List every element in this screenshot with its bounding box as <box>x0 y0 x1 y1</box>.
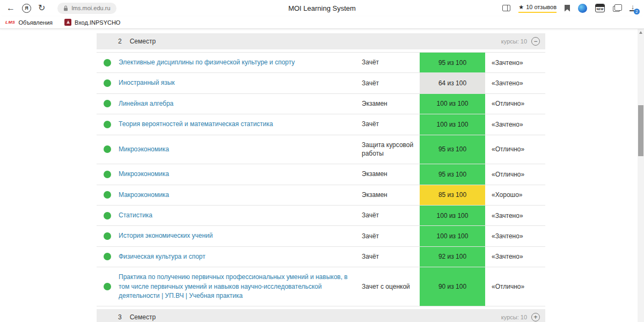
course-row: Физическая культура и спорт Зачёт 92 из … <box>97 247 545 267</box>
grade-text: «Отлично» <box>485 283 545 290</box>
score-badge: 64 из 100 <box>420 73 485 93</box>
address-bar[interactable]: lms.moi.edu.ru <box>57 3 116 14</box>
course-link[interactable]: Элективные дисциплины по физической куль… <box>111 53 362 72</box>
course-row: Практика по получению первичных професси… <box>97 267 545 306</box>
assessment-type: Зачёт <box>362 226 420 246</box>
course-row: Статистика Зачёт 100 из 100 «Зачтено» <box>97 206 545 226</box>
course-row: Микроэкономика Защита курсовой работы 95… <box>97 135 545 165</box>
course-row: Иностранный язык Зачёт 64 из 100 «Зачтен… <box>97 73 545 93</box>
score-badge: 95 из 100 <box>420 53 485 72</box>
course-link[interactable]: Линейная алгебра <box>111 94 362 114</box>
course-link[interactable]: Практика по получению первичных професси… <box>111 267 362 306</box>
assessment-type: Зачёт <box>362 53 420 72</box>
score-badge: 100 из 100 <box>420 206 485 225</box>
status-dot-icon <box>104 79 111 87</box>
status-dot-icon <box>104 100 111 107</box>
bookmarks-bar: LMS Объявления Вход.INPSYCHO <box>0 16 644 29</box>
semester-label: Семестр <box>130 38 156 45</box>
grade-text: «Зачтено» <box>485 212 545 219</box>
assessment-type: Зачёт <box>362 114 420 134</box>
assessment-type: Зачёт <box>362 247 420 267</box>
site-rating-widget[interactable]: ★ 10 отзывов <box>518 4 557 13</box>
collections-icon[interactable] <box>613 6 620 12</box>
collapse-toggle[interactable]: − <box>531 37 540 46</box>
grade-text: «Зачтено» <box>485 121 545 128</box>
reviews-count: 10 отзывов <box>526 4 557 10</box>
grade-text: «Отлично» <box>485 100 545 107</box>
extension-blue-icon[interactable] <box>578 4 587 13</box>
scroll-up-button[interactable] <box>638 29 644 36</box>
courses-table: Элективные дисциплины по физической куль… <box>97 52 545 306</box>
status-dot-icon <box>104 283 111 290</box>
back-icon[interactable]: ← <box>6 4 15 12</box>
semester-number: 2 <box>118 38 122 45</box>
status-dot-icon <box>104 171 111 178</box>
grade-text: «Зачтено» <box>485 253 545 260</box>
up-arrow-icon <box>639 31 642 34</box>
score-badge: 90 из 100 <box>420 267 485 306</box>
assessment-type: Экзамен <box>362 94 420 114</box>
expand-toggle[interactable]: + <box>531 313 540 321</box>
toolbar-right: ★ 10 отзывов NEW ↓ 2 <box>502 3 638 13</box>
sidebar-panels-icon[interactable] <box>502 5 510 11</box>
lock-icon <box>63 5 68 11</box>
course-link[interactable]: Иностранный язык <box>111 73 362 93</box>
score-badge: 100 из 100 <box>420 94 485 114</box>
gradebook-panel: 2 Семестр курсы: 10 − Элективные дисципл… <box>97 33 545 322</box>
course-link[interactable]: Микроэкономика <box>111 140 362 159</box>
bookmark-announcements[interactable]: LMS Объявления <box>5 19 53 26</box>
yandex-browser-icon[interactable]: Я <box>22 4 31 13</box>
page-content: 2 Семестр курсы: 10 − Элективные дисципл… <box>0 29 644 322</box>
assessment-type: Экзамен <box>362 185 420 205</box>
grade-text: «Зачтено» <box>485 59 545 67</box>
refresh-icon[interactable]: ↻ <box>38 4 45 12</box>
course-row: Линейная алгебра Экзамен 100 из 100 «Отл… <box>97 94 545 114</box>
score-badge: 100 из 100 <box>420 114 485 134</box>
status-dot-icon <box>104 232 111 240</box>
course-link[interactable]: Статистика <box>111 206 362 225</box>
browser-toolbar: ← Я ↻ lms.moi.edu.ru MOI Learning System… <box>0 0 644 16</box>
assessment-type: Экзамен <box>362 164 420 184</box>
course-row: История экономических учений Зачёт 100 и… <box>97 226 545 246</box>
score-badge: 95 из 100 <box>420 135 485 164</box>
grade-text: «Зачтено» <box>485 232 545 240</box>
course-link[interactable]: Теория вероятностей и математическая ста… <box>111 114 362 134</box>
course-row: Теория вероятностей и математическая ста… <box>97 114 545 135</box>
extension-new-icon[interactable]: NEW <box>595 4 605 12</box>
lms-logo-icon: LMS <box>5 20 15 25</box>
page-scrollbar[interactable] <box>638 29 644 322</box>
course-link[interactable]: Макроэкономика <box>111 185 362 205</box>
status-dot-icon <box>104 212 111 219</box>
courses-count: курсы: 10 <box>501 38 527 45</box>
scrollbar-thumb[interactable] <box>638 105 643 156</box>
status-dot-icon <box>104 191 111 199</box>
status-dot-icon <box>104 145 111 153</box>
star-icon: ★ <box>518 4 524 11</box>
course-link[interactable]: История экономических учений <box>111 226 362 246</box>
new-label: NEW <box>596 7 604 12</box>
semester-2-header: 2 Семестр курсы: 10 − <box>97 33 545 49</box>
assessment-type: Зачёт <box>362 74 420 93</box>
inpsycho-favicon <box>64 19 71 26</box>
status-dot-icon <box>104 253 111 260</box>
grade-text: «Отлично» <box>485 171 545 178</box>
page-title: MOI Learning System <box>288 4 356 12</box>
score-badge: 92 из 100 <box>420 247 485 267</box>
semester-label: Семестр <box>130 313 156 321</box>
downloads-button[interactable]: ↓ 2 <box>628 3 638 13</box>
semester-number: 3 <box>118 313 122 321</box>
course-link[interactable]: Микроэкономика <box>111 164 362 184</box>
bookmark-flag-icon[interactable] <box>565 5 570 12</box>
semester-3-header: 3 Семестр курсы: 10 + <box>97 309 545 322</box>
bookmark-inpsycho[interactable]: Вход.INPSYCHO <box>64 19 120 26</box>
grade-text: «Хорошо» <box>485 191 545 199</box>
courses-count: курсы: 10 <box>501 314 527 320</box>
course-link[interactable]: Физическая культура и спорт <box>111 247 362 267</box>
course-row: Микроэкономика Экзамен 95 из 100 «Отличн… <box>97 164 545 185</box>
course-row: Элективные дисциплины по физической куль… <box>97 53 545 73</box>
score-badge: 95 из 100 <box>420 164 485 184</box>
download-count-badge: 2 <box>634 9 640 14</box>
status-dot-icon <box>104 59 111 67</box>
bookmark-label: Вход.INPSYCHO <box>75 19 120 26</box>
grade-text: «Зачтено» <box>485 79 545 87</box>
